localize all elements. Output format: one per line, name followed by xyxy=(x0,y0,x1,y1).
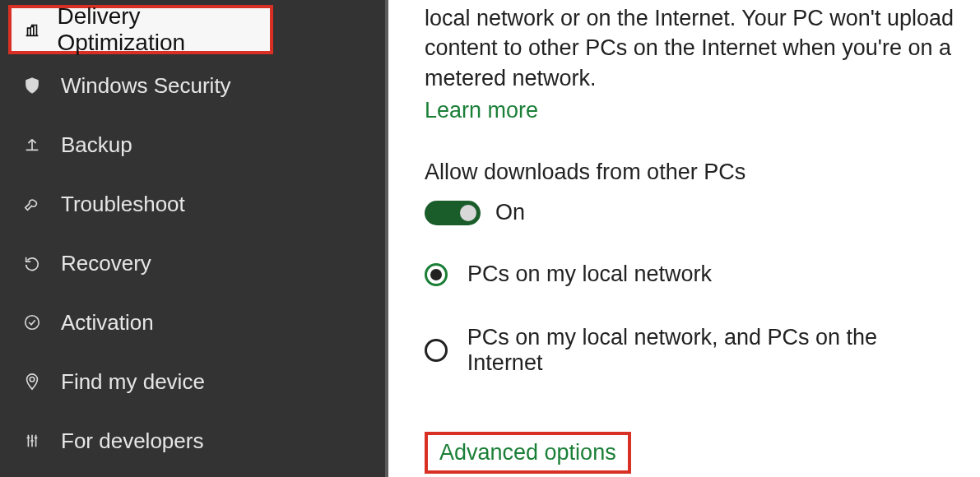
sidebar: Delivery Optimization Windows Security B… xyxy=(0,0,388,477)
sidebar-item-troubleshoot[interactable]: Troubleshoot xyxy=(0,174,388,234)
sidebar-item-label: Troubleshoot xyxy=(61,192,185,217)
sidebar-scrollbar[interactable] xyxy=(385,0,388,477)
learn-more-link[interactable]: Learn more xyxy=(425,98,538,123)
delivery-optimization-icon xyxy=(21,19,42,40)
radio-label: PCs on my local network xyxy=(467,262,712,287)
sidebar-item-label: Backup xyxy=(61,132,132,158)
radio-local-and-internet[interactable]: PCs on my local network, and PCs on the … xyxy=(425,325,955,376)
sidebar-item-windows-security[interactable]: Windows Security xyxy=(0,56,388,115)
sidebar-item-label: Find my device xyxy=(61,369,205,395)
toggle-state-label: On xyxy=(495,200,525,225)
sidebar-list: Delivery Optimization Windows Security B… xyxy=(0,0,388,470)
sidebar-item-find-my-device[interactable]: Find my device xyxy=(0,352,388,411)
sidebar-item-label: Windows Security xyxy=(61,73,231,99)
sidebar-item-label: Activation xyxy=(61,310,154,336)
sidebar-item-label: Delivery Optimization xyxy=(57,3,270,56)
sidebar-item-delivery-optimization[interactable]: Delivery Optimization xyxy=(0,3,388,56)
checkmark-circle-icon xyxy=(21,312,43,333)
svg-point-1 xyxy=(30,377,35,382)
sidebar-item-selected-highlight: Delivery Optimization xyxy=(8,5,273,54)
main-panel: local network or on the Internet. Your P… xyxy=(388,0,980,477)
sidebar-item-for-developers[interactable]: For developers xyxy=(0,411,388,470)
sidebar-item-label: Recovery xyxy=(61,251,151,276)
allow-downloads-toggle-row: On xyxy=(425,200,955,225)
recovery-icon xyxy=(21,252,43,274)
toggle-knob xyxy=(460,205,476,221)
advanced-options-row: Advanced options xyxy=(425,427,955,474)
location-icon xyxy=(21,371,43,392)
allow-downloads-label: Allow downloads from other PCs xyxy=(425,160,955,185)
sidebar-item-recovery[interactable]: Recovery xyxy=(0,234,388,293)
radio-label: PCs on my local network, and PCs on the … xyxy=(467,325,955,376)
settings-window: Delivery Optimization Windows Security B… xyxy=(0,0,980,477)
shield-icon xyxy=(21,75,43,96)
radio-local-network[interactable]: PCs on my local network xyxy=(425,262,955,287)
advanced-options-link[interactable]: Advanced options xyxy=(425,432,631,474)
allow-downloads-toggle[interactable] xyxy=(425,201,481,225)
radio-icon xyxy=(425,263,448,286)
backup-icon xyxy=(21,134,43,155)
sidebar-item-label: For developers xyxy=(61,428,203,454)
sidebar-item-activation[interactable]: Activation xyxy=(0,293,388,352)
developers-icon xyxy=(21,430,43,452)
svg-point-0 xyxy=(26,316,39,330)
description-text: local network or on the Internet. Your P… xyxy=(425,3,955,93)
radio-icon xyxy=(425,339,448,362)
wrench-icon xyxy=(21,193,43,215)
sidebar-item-backup[interactable]: Backup xyxy=(0,115,388,174)
